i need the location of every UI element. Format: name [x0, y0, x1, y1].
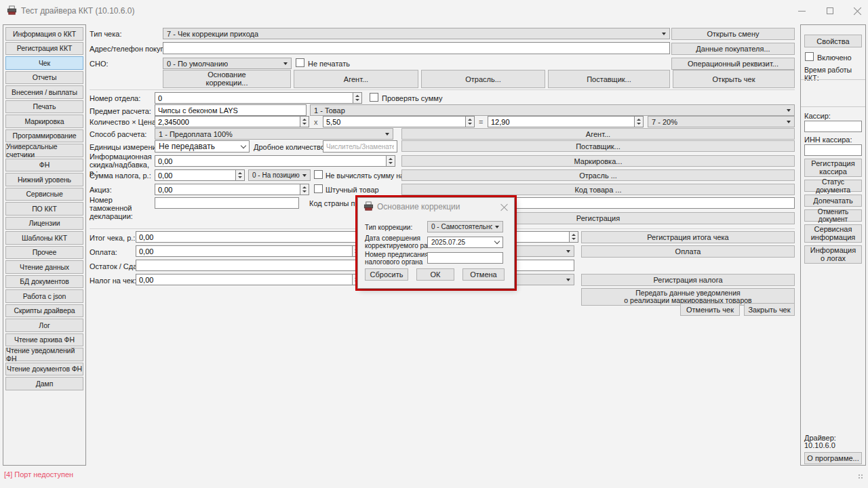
- correction-type-select[interactable]: 0 - Самостоятельно: [427, 221, 503, 232]
- industry-button-top[interactable]: Отрасль...: [421, 70, 545, 88]
- supplier-button-top[interactable]: Поставщик...: [548, 70, 670, 88]
- spinner-arrows-icon[interactable]: [353, 92, 362, 104]
- close-check-button[interactable]: Закрыть чек: [744, 303, 795, 316]
- open-check-button[interactable]: Открыть чек: [673, 70, 795, 88]
- sidebar-item[interactable]: Чтение документов ФН: [5, 363, 83, 376]
- sidebar-item[interactable]: Нижний уровень: [5, 173, 83, 186]
- correction-basis-button[interactable]: Основание коррекции...: [163, 70, 291, 88]
- spinner-arrows-icon[interactable]: [569, 231, 578, 243]
- no-tax-calc-checkbox[interactable]: [314, 170, 323, 179]
- sidebar-item[interactable]: Печать: [5, 100, 83, 114]
- sidebar-item[interactable]: Программирование: [5, 129, 83, 143]
- sidebar-item[interactable]: Сервисные: [5, 188, 83, 201]
- sidebar-item-check-active[interactable]: Чек: [5, 56, 83, 70]
- spinner-arrows-icon[interactable]: [300, 184, 309, 195]
- sidebar-item[interactable]: Чтение данных: [5, 260, 83, 274]
- cashier-inn-input[interactable]: [804, 144, 862, 156]
- change-input[interactable]: [513, 260, 574, 271]
- prescription-number-input[interactable]: [427, 252, 503, 264]
- dialog-reset-button[interactable]: Сбросить: [365, 268, 408, 281]
- tax-sum-stepper[interactable]: [155, 169, 245, 181]
- resize-grip[interactable]: [859, 474, 864, 480]
- check-tax-stepper[interactable]: [136, 274, 361, 285]
- tax-rate-select[interactable]: 7 - 20%: [648, 116, 795, 127]
- maximize-button[interactable]: [818, 0, 842, 21]
- sno-select[interactable]: 0 - По умолчанию: [163, 58, 292, 69]
- about-button[interactable]: О программе...: [804, 452, 862, 464]
- dialog-ok-button[interactable]: ОК: [416, 268, 454, 281]
- register-cashier-button[interactable]: Регистрация кассира: [804, 159, 862, 177]
- sidebar-item[interactable]: Информация о ККТ: [5, 27, 83, 41]
- dialog-cancel-button[interactable]: Отмена: [462, 268, 505, 281]
- spinner-arrows-icon[interactable]: [386, 155, 395, 167]
- sidebar-item[interactable]: Универсальные счетчики: [5, 144, 83, 157]
- product-code-button[interactable]: Код товара ...: [401, 184, 795, 195]
- payment-method-select[interactable]: 1 - Предоплата 100%: [155, 128, 393, 140]
- sidebar-item[interactable]: Чтение архива ФН: [5, 333, 83, 347]
- minimize-button[interactable]: [790, 0, 813, 21]
- reprint-button[interactable]: Допечатать: [804, 195, 862, 207]
- log-info-button[interactable]: Информация о логах: [804, 245, 862, 264]
- sidebar-item[interactable]: Работа с json: [5, 289, 83, 303]
- fraction-input[interactable]: [323, 140, 397, 152]
- spinner-arrows-icon[interactable]: [235, 169, 245, 181]
- excise-stepper[interactable]: [155, 184, 309, 195]
- field-label: Акциз:: [90, 186, 112, 194]
- correction-date-picker[interactable]: 2025.07.25: [427, 237, 503, 248]
- sidebar-item[interactable]: Скрипты драйвера: [5, 304, 83, 318]
- units-select[interactable]: Не передавать: [155, 140, 250, 152]
- properties-button[interactable]: Свойства: [804, 35, 862, 47]
- subject-input[interactable]: [155, 104, 307, 116]
- chevron-down-icon: [241, 142, 246, 148]
- enabled-checkbox[interactable]: [805, 52, 814, 61]
- register-total-button[interactable]: Регистрация итога чека: [581, 231, 795, 243]
- cashier-input[interactable]: [804, 121, 862, 132]
- agent-button-top[interactable]: Агент...: [294, 70, 418, 88]
- cancel-doc-button[interactable]: Отменить документ: [804, 209, 862, 222]
- price-stepper[interactable]: [323, 116, 475, 127]
- payment-button[interactable]: Оплата: [581, 245, 795, 258]
- sidebar-item[interactable]: Регистрация ККТ: [5, 42, 83, 56]
- buyer-data-button[interactable]: Данные покупателя...: [671, 43, 795, 55]
- sidebar-item[interactable]: Отчеты: [5, 71, 83, 85]
- marking-button[interactable]: Маркировка...: [401, 155, 795, 167]
- spinner-arrows-icon[interactable]: [300, 116, 309, 127]
- sidebar-item[interactable]: Лог: [5, 319, 83, 332]
- quantity-stepper[interactable]: [155, 116, 309, 127]
- close-button[interactable]: [846, 0, 868, 21]
- spinner-arrows-icon[interactable]: [465, 116, 475, 127]
- piece-goods-checkbox[interactable]: [314, 184, 323, 193]
- sum-stepper[interactable]: [488, 116, 644, 127]
- sidebar-item[interactable]: Шаблоны ККТ: [5, 231, 83, 245]
- spinner-arrows-icon[interactable]: [634, 116, 644, 127]
- service-info-button[interactable]: Сервисная информация: [804, 224, 862, 243]
- dialog-close-icon[interactable]: [500, 203, 508, 211]
- sidebar-item[interactable]: Прочее: [5, 246, 83, 260]
- operational-attr-button[interactable]: Операционный реквизит...: [671, 58, 795, 70]
- sidebar-item[interactable]: Лицензии: [5, 217, 83, 230]
- payment-stepper[interactable]: [136, 245, 361, 257]
- dept-number-stepper[interactable]: [155, 92, 362, 104]
- agent-button-row[interactable]: Агент...: [401, 128, 795, 140]
- register-tax-button[interactable]: Регистрация налога: [581, 274, 795, 286]
- no-print-checkbox[interactable]: [296, 58, 304, 67]
- cancel-check-button[interactable]: Отменить чек: [680, 303, 740, 316]
- open-shift-button[interactable]: Открыть смену: [671, 28, 795, 40]
- tax-mode-select[interactable]: 0 - На позицию: [248, 169, 311, 181]
- sidebar-item[interactable]: Дамп: [5, 377, 83, 390]
- industry-button-row[interactable]: Отрасль ...: [401, 169, 795, 181]
- check-type-select[interactable]: 7 - Чек коррекции прихода: [163, 28, 670, 39]
- buyer-address-input[interactable]: [163, 42, 670, 54]
- sidebar-item[interactable]: Чтение уведомлений ФН: [5, 348, 83, 361]
- sidebar-item[interactable]: ФН: [5, 159, 83, 172]
- sidebar-item[interactable]: Внесения / выплаты: [5, 85, 83, 99]
- supplier-button-row[interactable]: Поставщик...: [401, 140, 795, 152]
- sidebar-item[interactable]: Маркировка: [5, 115, 83, 128]
- customs-declaration-input[interactable]: [155, 197, 299, 209]
- sidebar-item[interactable]: ПО ККТ: [5, 202, 83, 216]
- discount-stepper[interactable]: [155, 155, 395, 167]
- sidebar-item[interactable]: БД документов: [5, 275, 83, 289]
- doc-status-button[interactable]: Статус документа: [804, 180, 862, 192]
- subject-type-select[interactable]: 1 - Товар: [310, 104, 795, 116]
- check-sum-checkbox[interactable]: [370, 93, 378, 102]
